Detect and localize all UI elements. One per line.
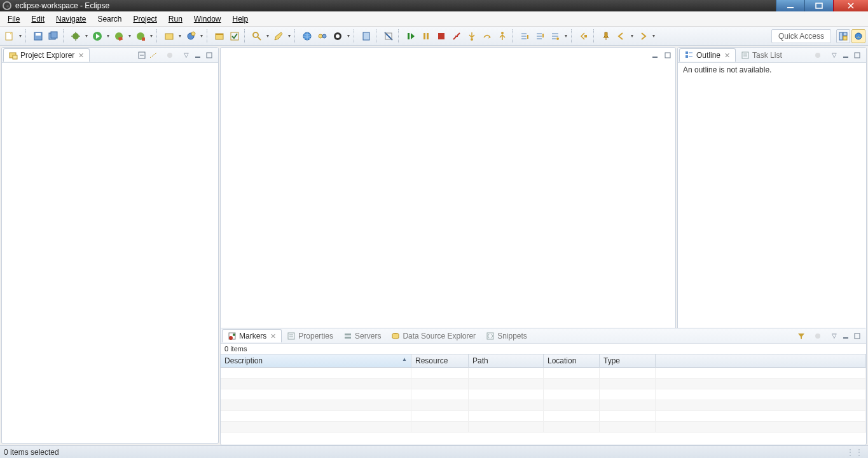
maximize-button[interactable] [804,0,833,11]
maximize-view-button[interactable] [852,331,862,341]
menu-edit[interactable]: Edit [26,13,50,25]
run-last-dropdown[interactable]: ▾ [149,33,154,39]
project-explorer-body[interactable] [2,63,218,443]
last-edit-button[interactable] [548,29,562,43]
view-menu-button[interactable]: ▽ [181,50,191,60]
toggle-breadcrumb-button[interactable] [315,29,329,43]
menu-file[interactable]: File [3,13,25,25]
outline-tab[interactable]: Outline ✕ [679,48,736,62]
run-dropdown[interactable]: ▾ [106,33,111,39]
close-button[interactable] [833,0,868,11]
snippets-tab[interactable]: Snippets [481,330,532,342]
minimize-view-button[interactable] [841,331,851,341]
new-project-dropdown[interactable]: ▾ [177,33,183,39]
table-row[interactable] [221,400,866,411]
new-dropdown[interactable]: ▾ [18,33,23,39]
coverage-dropdown[interactable]: ▾ [127,33,132,39]
task-list-tab[interactable]: Task List [736,49,787,62]
search-dropdown[interactable]: ▾ [265,33,270,39]
new-project-button[interactable] [162,29,176,43]
markers-tab[interactable]: Markers ✕ [222,329,282,342]
web-browser-button[interactable] [300,29,314,43]
search-button[interactable] [250,29,264,43]
forward-dropdown[interactable]: ▾ [651,33,656,39]
step-over-button[interactable] [480,29,494,43]
collapse-all-button[interactable] [137,50,147,60]
next-annotation-button[interactable] [518,29,532,43]
properties-tab[interactable]: Properties [282,330,338,342]
toggle-block-button[interactable] [382,29,396,43]
back-button[interactable] [614,29,628,43]
menu-help[interactable]: Help [228,13,254,25]
run-last-button[interactable] [134,29,148,43]
maximize-view-button[interactable] [852,50,862,60]
debug-dropdown[interactable]: ▾ [84,33,89,39]
new-package-dropdown[interactable]: ▾ [199,33,204,39]
view-menu-button[interactable]: ▽ [829,331,839,341]
col-type[interactable]: Type [600,354,656,367]
project-explorer-tab[interactable]: Project Explorer ✕ [3,48,90,62]
run-button[interactable] [90,29,104,43]
servers-tab[interactable]: Servers [338,330,386,342]
annotate-dropdown[interactable]: ▾ [287,33,292,39]
suspend-button[interactable] [419,29,433,43]
minimize-button[interactable] [776,0,804,11]
last-edit-dropdown[interactable]: ▾ [563,33,568,39]
open-task-button[interactable] [228,29,242,43]
focus-task-button[interactable] [165,50,175,60]
menu-navigate[interactable]: Navigate [51,13,91,25]
coverage-button[interactable] [112,29,126,43]
close-icon[interactable]: ✕ [270,332,276,340]
table-row[interactable] [221,379,866,389]
toggle-mark-dropdown[interactable]: ▾ [346,33,351,39]
table-row[interactable] [221,389,866,400]
col-path[interactable]: Path [469,354,544,367]
forward-button[interactable] [636,29,650,43]
col-resource[interactable]: Resource [411,354,469,367]
table-row[interactable] [221,411,866,422]
terminate-button[interactable] [434,29,448,43]
debug-button[interactable] [69,29,83,43]
menu-run[interactable]: Run [163,13,188,25]
menu-search[interactable]: Search [92,13,127,25]
filter-button[interactable] [796,331,806,341]
markers-table-body[interactable] [221,368,866,445]
col-description[interactable]: Description▲ [221,354,411,367]
menu-project[interactable]: Project [128,13,162,25]
toggle-mark-button[interactable] [331,29,345,43]
minimize-view-button[interactable] [841,50,851,60]
disconnect-button[interactable] [450,29,464,43]
new-package-button[interactable] [184,29,198,43]
back-to-button[interactable] [577,29,591,43]
back-dropdown[interactable]: ▾ [630,33,635,39]
open-perspective-button[interactable] [836,29,850,43]
open-type-button[interactable] [212,29,226,43]
focus-task-button[interactable] [813,50,823,60]
link-editor-button[interactable] [148,50,158,60]
view-menu-button[interactable]: ▽ [829,50,839,60]
minimize-editor-button[interactable] [650,50,660,60]
data-source-tab[interactable]: Data Source Explorer [386,330,481,342]
table-row[interactable] [221,368,866,379]
pin-editor-button[interactable] [359,29,373,43]
save-button[interactable] [31,29,45,43]
close-icon[interactable]: ✕ [724,51,730,60]
step-into-button[interactable] [465,29,479,43]
annotate-button[interactable] [272,29,286,43]
step-return-button[interactable] [495,29,509,43]
minimize-view-button[interactable] [193,50,203,60]
resize-grip[interactable]: ⋮⋮ [846,448,864,457]
prev-annotation-button[interactable] [533,29,547,43]
maximize-view-button[interactable] [204,50,214,60]
save-all-button[interactable] [46,29,60,43]
pin-button[interactable] [599,29,613,43]
menu-window[interactable]: Window [189,13,226,25]
new-button[interactable] [3,29,17,43]
close-icon[interactable]: ✕ [78,51,84,60]
resume-button[interactable] [404,29,418,43]
focus-task-button[interactable] [813,331,823,341]
maximize-editor-button[interactable] [663,50,673,60]
col-extra[interactable] [656,354,866,367]
javaee-perspective-button[interactable] [851,29,865,43]
table-row[interactable] [221,422,866,433]
